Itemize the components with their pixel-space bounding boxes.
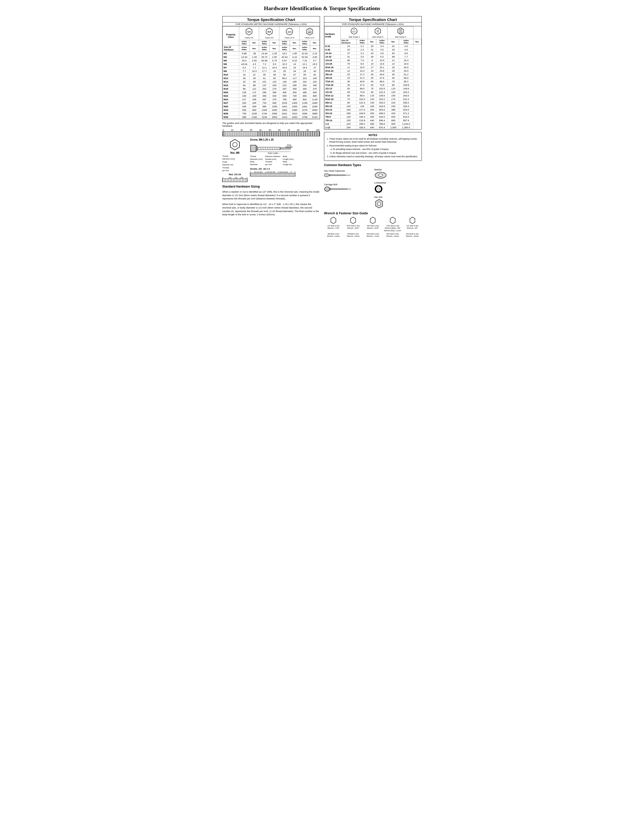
value-cell: 45 xyxy=(388,73,399,76)
table-row: M413.441.2830.722.9043.444.1052.564.95 xyxy=(223,55,320,59)
value-cell: 47.6 xyxy=(357,83,368,87)
value-cell: 16.3 xyxy=(357,69,368,73)
value-cell: 185 xyxy=(290,80,299,84)
wrench-hex-icon xyxy=(369,217,377,224)
value-cell: 1,244.0 xyxy=(399,122,413,126)
value-cell: 5150 xyxy=(310,115,319,119)
svg-marker-78 xyxy=(370,217,375,224)
svg-text:8.8: 8.8 xyxy=(268,31,271,33)
value-cell: 1,360.0 xyxy=(399,126,413,129)
svg-text:12.9: 12.9 xyxy=(308,31,312,33)
value-cell: 44.64 xyxy=(239,62,250,66)
value-cell: 435 xyxy=(239,105,250,108)
value-cell: 525.0 xyxy=(399,108,413,112)
value-cell: 103 xyxy=(299,77,310,80)
value-cell: 162 xyxy=(299,80,310,84)
value-cell: 190.4 xyxy=(357,115,368,119)
value-cell: 1239 xyxy=(299,101,310,105)
value-cell: 4.9 xyxy=(399,48,413,51)
grade-109-label: Class 10.9 xyxy=(285,37,294,39)
value-cell: 169 xyxy=(239,94,250,98)
value-cell: 50 xyxy=(368,80,376,83)
svg-rect-46 xyxy=(329,174,330,176)
table-row: 3/4-16180244.8300408.0420571.2 xyxy=(325,112,422,115)
value-cell: 24 xyxy=(270,69,279,73)
ruler-description: The guides and ruler furnished below are… xyxy=(222,122,320,127)
svg-rect-28 xyxy=(280,148,290,149)
wrench-size-label: Wrench—9/16" xyxy=(344,227,362,229)
value-cell: 50 xyxy=(279,73,290,77)
wrench-size-label: Wrench (Bolt)—5/8"Wrench (Nut)—11/16" xyxy=(383,227,402,232)
value-cell: 16.3 xyxy=(399,59,413,62)
hex-capscrew-svg xyxy=(324,173,354,178)
value-cell: 40 xyxy=(310,69,319,73)
wrench-size-label-m: Wrench—17mm xyxy=(364,235,382,237)
grade-88-icon: 8.8 xyxy=(265,27,273,35)
svg-rect-62 xyxy=(331,188,347,190)
inlbs-h-2: in/lbsft/lbs xyxy=(259,45,270,52)
screw-label: Screw, M8-1.25 x 25 xyxy=(250,138,320,141)
grade-56-icon: 5.6 xyxy=(245,27,253,35)
common-hw-grid: Hex Head Capscrew xyxy=(324,168,422,209)
value-cell: 390 xyxy=(290,87,299,91)
size-cell: M18 xyxy=(223,87,239,91)
value-cell: 220 xyxy=(310,80,319,84)
value-cell: 110 xyxy=(368,94,376,97)
wrench-bolt-label: 3/8" Bolt or Nut xyxy=(364,225,382,227)
note-2b: for flange whizlock nuts and screws - us… xyxy=(333,152,420,155)
grade-109-icon: 10.9 xyxy=(285,27,293,35)
wrench-size-label-m: Wrench—10mm xyxy=(324,235,343,237)
size-cell: 8-32 xyxy=(325,44,341,48)
hw-grade-header: HardwareGrade xyxy=(325,26,341,44)
value-cell: 35 xyxy=(340,83,356,87)
value-cell: 210.8 xyxy=(357,119,368,122)
inlbs-h-4: in/lbsft/lbs xyxy=(299,45,310,52)
wrench-item: M10 Bolt or Nut Wrench—17mm xyxy=(364,233,382,237)
value-cell: 147 xyxy=(259,84,270,87)
value-cell: 17 xyxy=(368,66,376,69)
svg-text:Marks: Marks xyxy=(352,31,356,32)
value-cell: 95.2 xyxy=(399,80,413,83)
value-cell: 49 xyxy=(368,55,376,59)
table-row: 5/8-1190122.4150204.0220299.2 xyxy=(325,101,422,105)
value-cell: 600 xyxy=(388,115,399,119)
value-cell: 3798 xyxy=(299,115,310,119)
value-cell: 58 xyxy=(250,80,259,84)
right-torque-table: HardwareGrade No Marks SAE Grade 2 xyxy=(324,26,422,129)
value-cell: 2.15 xyxy=(310,52,319,55)
table-row: 5/16-241216.31925.82934.0 xyxy=(325,69,422,73)
note-3: Unless otherwise noted on assembly drawi… xyxy=(329,155,420,158)
svg-marker-76 xyxy=(331,217,336,224)
value-cell: 1349 xyxy=(259,108,270,112)
size-cell: 1/2-20 xyxy=(325,90,341,94)
lockwasher-label: Lockwasher xyxy=(374,182,422,184)
value-cell: 8 xyxy=(368,59,376,62)
value-cell: 5.97 xyxy=(279,59,290,62)
value-cell: 890 xyxy=(310,94,319,98)
table-row: M144258101132136185162220 xyxy=(223,80,320,84)
wrench-item: M12 Bolt or Nut Wrench—19mm xyxy=(383,233,402,237)
value-cell: 405 xyxy=(279,91,290,94)
wrench-item: 1/2" Bolt or Nut Wrench—3/4" xyxy=(403,217,422,232)
value-cell: 1680 xyxy=(310,101,319,105)
grade-88-label: Class 8.8 xyxy=(265,37,273,39)
size-cell: M14 xyxy=(223,80,239,84)
value-cell: 220 xyxy=(388,101,399,105)
screw-sub-label: Screw, 1/2- 16 x 2 xyxy=(250,167,320,170)
value-cell: 50 xyxy=(340,87,356,90)
size-cell: M24 xyxy=(223,98,239,101)
value-cell: 74.8 xyxy=(357,90,368,94)
value-cell: 14 xyxy=(290,62,299,66)
value-cell: 2.90 xyxy=(270,55,279,59)
value-cell: 52.56 xyxy=(299,55,310,59)
value-cell: 27 xyxy=(340,51,356,55)
note-2a: for prevailing torque locknuts - use 65%… xyxy=(333,148,420,151)
value-cell: 16.9 xyxy=(279,66,290,69)
value-cell: 390 xyxy=(270,91,279,94)
value-cell: 656 xyxy=(299,94,310,98)
size-cell: M3 xyxy=(223,52,239,55)
value-cell: 16.5 xyxy=(310,62,319,66)
value-cell: 60.96 xyxy=(259,59,270,62)
value-cell: 10.5 xyxy=(250,69,259,73)
wrench-bolt-label: 5/16" Bolt or Nut xyxy=(344,225,362,227)
